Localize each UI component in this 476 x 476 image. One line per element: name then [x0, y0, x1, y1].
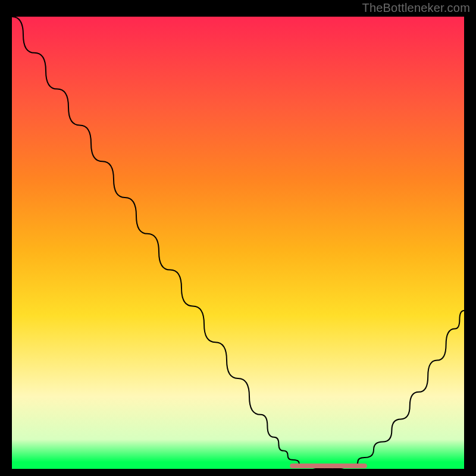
gradient-rect — [12, 17, 464, 469]
chart-svg — [12, 17, 464, 469]
plot-area — [12, 17, 464, 469]
chart-frame: TheBottleneker.com — [0, 0, 476, 476]
watermark-text: TheBottleneker.com — [362, 1, 470, 15]
